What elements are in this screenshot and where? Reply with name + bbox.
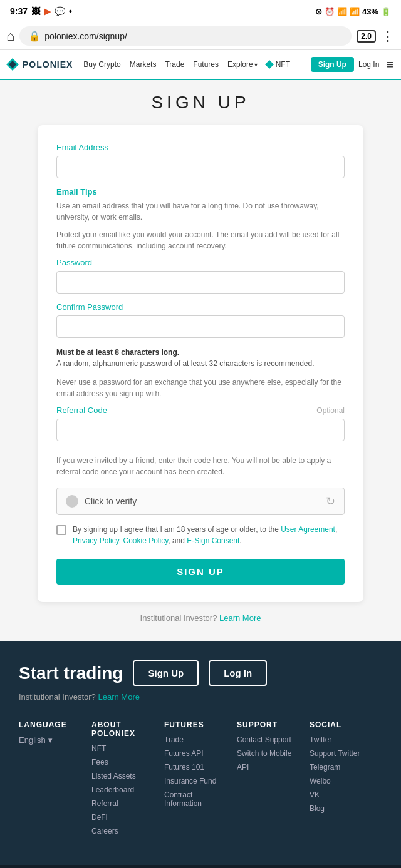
password-hint-strong: Must be at least 8 characters long. [56,348,179,357]
cta-signup-button[interactable]: Sign Up [133,660,199,686]
support-mobile-link[interactable]: Switch to Mobile [237,749,303,758]
nav-links: Buy Crypto Markets Trade Futures Explore… [79,60,310,69]
institutional-label: Institutional Investor? [140,613,217,623]
arrow-icon: ▶ [44,6,51,16]
password-hint-block: Must be at least 8 characters long. A ra… [56,347,345,369]
nav-signup-button[interactable]: Sign Up [311,57,354,72]
hamburger-icon[interactable]: ≡ [383,58,396,72]
about-leaderboard-link[interactable]: Leaderboard [91,785,158,794]
email-tips-title: Email Tips [56,187,345,197]
support-col-title: SUPPORT [237,720,303,729]
futures-101-link[interactable]: Futures 101 [164,763,231,772]
dark-cta-section: Start trading Sign Up Log In Institution… [0,641,401,865]
poloniex-logo-icon [5,57,20,72]
futures-col-title: FUTURES [164,720,231,729]
social-weibo-link[interactable]: Weibo [310,777,376,785]
cookie-policy-link[interactable]: Cookie Policy [123,536,168,545]
futures-contract-link[interactable]: Contract Information [164,790,231,808]
captcha-refresh-icon[interactable]: ↻ [326,494,335,508]
social-blog-link[interactable]: Blog [310,804,376,813]
cta-subtitle: Institutional Investor? Learn More [19,692,382,702]
footer-futures-col: FUTURES Trade Futures API Futures 101 In… [164,720,237,840]
futures-trade-link[interactable]: Trade [164,735,231,744]
url-bar[interactable]: 🔒 poloniex.com/signup/ [19,26,352,46]
footer-language-col: LANGUAGE English ▾ [19,720,91,840]
referral-input[interactable] [56,419,345,441]
password-label: Password [56,258,345,267]
about-listed-assets-link[interactable]: Listed Assets [91,772,158,780]
email-input[interactable] [56,156,345,178]
referral-description: If you were invited by a friend, enter t… [56,455,345,477]
messenger-icon: 💬 [55,6,65,16]
about-nft-link[interactable]: NFT [91,744,158,753]
wifi-icon: 📶 [337,7,347,16]
about-fees-link[interactable]: Fees [91,758,158,767]
battery-icon: 🔋 [381,7,391,16]
about-referral-link[interactable]: Referral [91,799,158,808]
browser-menu-icon[interactable]: ⋮ [381,28,395,44]
dot-icon: • [69,6,72,16]
institutional-learn-more-link[interactable]: Learn More [219,613,261,623]
main-content: SIGN UP Email Address Email Tips Use an … [0,80,401,641]
nav-bar: POLONIEX Buy Crypto Markets Trade Future… [0,50,401,80]
social-support-twitter-link[interactable]: Support Twitter [310,749,376,758]
language-col-title: LANGUAGE [19,720,85,729]
support-contact-link[interactable]: Contact Support [237,735,303,744]
time-display: 9:37 [10,6,28,16]
language-current: English [19,735,46,745]
footer-about-col: ABOUT POLONIEX NFT Fees Listed Assets Le… [91,720,164,840]
esign-link[interactable]: E-Sign Consent [187,536,239,545]
email-tips-text1: Use an email address that you will have … [56,200,345,223]
status-bar: 9:37 🖼 ▶ 💬 • ⊙ ⏰ 📶 📶 43% 🔋 [0,0,401,23]
footer-support-col: SUPPORT Contact Support Switch to Mobile… [237,720,310,840]
terms-text2: , [335,525,337,534]
social-vk-link[interactable]: VK [310,790,376,799]
terms-text4: , and [168,536,187,545]
captcha-circle [66,495,78,508]
institutional-text: Institutional Investor? Learn More [0,613,401,623]
cta-login-button[interactable]: Log In [209,660,267,686]
nav-explore[interactable]: Explore ▾ [223,60,262,69]
nav-buy-crypto[interactable]: Buy Crypto [79,60,125,69]
cta-learn-more-link[interactable]: Learn More [98,692,139,702]
captcha-box[interactable]: Click to verify ↻ [56,488,345,515]
nav-trade[interactable]: Trade [160,60,189,69]
user-agreement-link[interactable]: User Agreement [281,525,335,534]
signup-form-card: Email Address Email Tips Use an email ad… [38,125,363,602]
social-col-title: SOCIAL [310,720,376,729]
social-twitter-link[interactable]: Twitter [310,735,376,744]
futures-insurance-link[interactable]: Insurance Fund [164,777,231,785]
referral-row: Referral Code Optional [56,406,345,415]
terms-checkbox[interactable] [56,525,66,535]
tab-count[interactable]: 2.0 [357,30,376,43]
privacy-policy-link[interactable]: Privacy Policy [73,536,119,545]
social-telegram-link[interactable]: Telegram [310,763,376,772]
about-careers-link[interactable]: Careers [91,827,158,835]
confirm-password-input[interactable] [56,315,345,338]
language-selector[interactable]: English ▾ [19,735,85,745]
signal-icon: 📶 [350,7,360,16]
password-hint3: Never use a password for an exchange tha… [56,377,345,399]
sim-icon: ⊙ [315,7,322,16]
footer-columns: LANGUAGE English ▾ ABOUT POLONIEX NFT Fe… [19,720,382,840]
password-input[interactable] [56,271,345,294]
battery-display: 43% [362,7,378,16]
futures-api-link[interactable]: Futures API [164,749,231,758]
support-api-link[interactable]: API [237,763,303,772]
referral-label: Referral Code [56,406,107,415]
nav-futures[interactable]: Futures [189,60,223,69]
language-chevron-icon: ▾ [48,735,53,745]
captcha-text: Click to verify [85,496,320,506]
nav-login-link[interactable]: Log In [354,60,383,69]
nav-markets[interactable]: Markets [125,60,161,69]
terms-checkbox-row: By signing up I agree that I am 18 years… [56,524,345,546]
cta-title: Start trading [19,663,123,683]
chevron-down-icon: ▾ [254,61,258,68]
about-defi-link[interactable]: DeFi [91,813,158,822]
cta-subtitle-text: Institutional Investor? [19,692,96,702]
home-icon[interactable]: ⌂ [6,28,14,44]
nav-logo[interactable]: POLONIEX [5,57,73,72]
nav-nft[interactable]: NFT [262,60,294,69]
signup-submit-button[interactable]: SIGN UP [56,559,345,585]
cta-row: Start trading Sign Up Log In [19,660,382,686]
